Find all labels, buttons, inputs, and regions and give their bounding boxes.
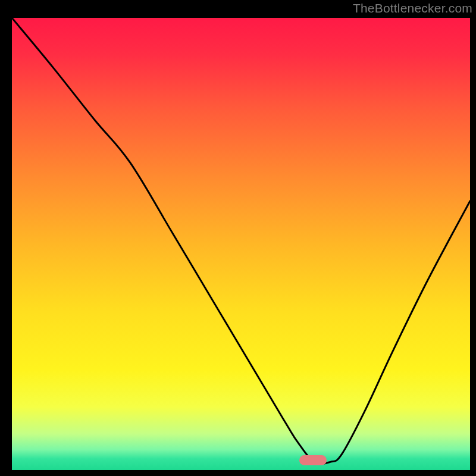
attribution-label: TheBottlenecker.com xyxy=(353,1,472,15)
background-gradient xyxy=(12,18,470,470)
optimal-marker xyxy=(299,455,327,465)
plot-area xyxy=(12,18,470,470)
chart-frame: TheBottlenecker.com xyxy=(0,0,476,476)
